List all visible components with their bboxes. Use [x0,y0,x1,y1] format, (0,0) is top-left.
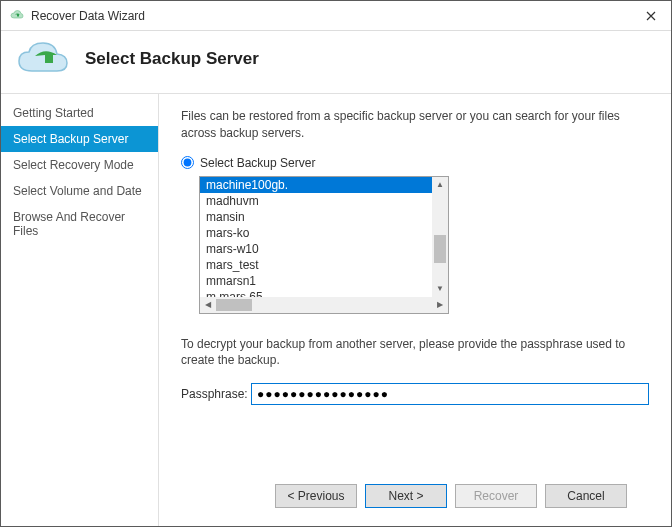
list-item[interactable]: mansin [200,209,432,225]
decrypt-instruction: To decrypt your backup from another serv… [181,336,649,370]
list-item[interactable]: mars_test [200,257,432,273]
scroll-down-icon[interactable]: ▼ [432,281,448,297]
main-panel: Files can be restored from a specific ba… [159,94,671,526]
close-button[interactable] [631,1,671,31]
page-title: Select Backup Server [85,49,259,69]
select-backup-server-radio-input[interactable] [181,156,194,169]
header: Select Backup Server [1,31,671,93]
server-listbox[interactable]: machine100gb. madhuvm mansin mars-ko mar… [199,176,449,314]
passphrase-row: Passphrase: [181,383,649,405]
wizard-body: Getting Started Select Backup Server Sel… [1,93,671,526]
cancel-button[interactable]: Cancel [545,484,627,508]
list-item[interactable]: machine100gb. [200,177,432,193]
next-button[interactable]: Next > [365,484,447,508]
previous-button[interactable]: < Previous [275,484,357,508]
vscroll-track[interactable] [432,193,448,281]
horizontal-scrollbar[interactable]: ◀ ▶ [200,297,448,313]
instruction-text: Files can be restored from a specific ba… [181,108,649,142]
select-backup-server-radio[interactable]: Select Backup Server [181,156,649,170]
scroll-left-icon[interactable]: ◀ [200,300,216,309]
passphrase-input[interactable] [251,383,649,405]
recover-button: Recover [455,484,537,508]
sidebar-item-getting-started[interactable]: Getting Started [1,100,158,126]
list-item[interactable]: mars-w10 [200,241,432,257]
hscroll-thumb[interactable] [216,299,252,311]
sidebar-item-select-recovery-mode[interactable]: Select Recovery Mode [1,152,158,178]
window-title: Recover Data Wizard [31,9,631,23]
sidebar-item-select-backup-server[interactable]: Select Backup Server [1,126,158,152]
list-item[interactable]: mars-ko [200,225,432,241]
titlebar: Recover Data Wizard [1,1,671,31]
sidebar-item-select-volume-and-date[interactable]: Select Volume and Date [1,178,158,204]
sidebar-item-browse-and-recover-files[interactable]: Browse And Recover Files [1,204,158,244]
hscroll-track[interactable] [216,297,432,313]
server-list-items[interactable]: machine100gb. madhuvm mansin mars-ko mar… [200,177,432,297]
vscroll-thumb[interactable] [434,235,446,263]
sidebar: Getting Started Select Backup Server Sel… [1,94,159,526]
wizard-window: Recover Data Wizard Select Backup Server… [0,0,672,527]
scroll-right-icon[interactable]: ▶ [432,300,448,309]
radio-label: Select Backup Server [200,156,315,170]
scroll-up-icon[interactable]: ▲ [432,177,448,193]
vertical-scrollbar[interactable]: ▲ ▼ [432,177,448,297]
cloud-restore-icon [15,39,71,79]
list-item[interactable]: m mars 65 [200,289,432,297]
app-icon [9,8,25,24]
list-item[interactable]: mmarsn1 [200,273,432,289]
footer-buttons: < Previous Next > Recover Cancel [181,470,649,526]
passphrase-label: Passphrase: [181,387,251,401]
list-item[interactable]: madhuvm [200,193,432,209]
